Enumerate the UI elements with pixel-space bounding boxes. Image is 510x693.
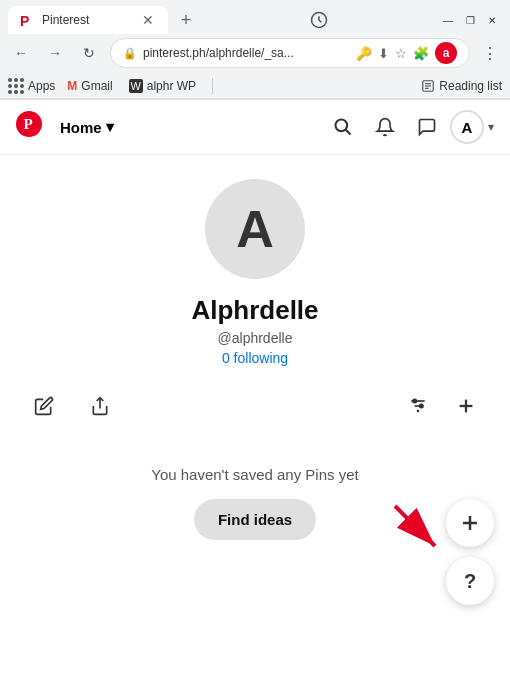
arrow-overlay [390,501,450,565]
alphr-wp-bookmark[interactable]: W alphr WP [125,77,200,95]
avatar-letter: A [462,119,473,136]
gmail-label: Gmail [81,79,112,93]
download-icon: ⬇ [378,46,389,61]
new-tab-button[interactable]: + [172,6,200,34]
star-icon[interactable]: ☆ [395,46,407,61]
forward-button[interactable]: → [42,40,68,66]
user-avatar-button[interactable]: A [450,110,484,144]
alphr-icon: W [129,79,143,93]
search-button[interactable] [324,108,362,146]
search-icon [333,117,353,137]
svg-text:P: P [24,115,33,132]
address-bar[interactable]: 🔒 pinterest.ph/alphrdelle/_sa... 🔑 ⬇ ☆ 🧩… [110,38,470,68]
gmail-bookmark[interactable]: M Gmail [63,77,116,95]
back-button[interactable]: ← [8,40,34,66]
profile-username: @alphrdelle [218,330,293,346]
notifications-button[interactable] [366,108,404,146]
floating-add-button[interactable] [446,499,494,547]
key-icon: 🔑 [356,46,372,61]
red-arrow-icon [390,501,450,561]
refresh-button[interactable]: ↻ [76,40,102,66]
svg-point-13 [413,399,416,402]
pinterest-logo[interactable]: P [16,111,42,143]
gmail-icon: M [67,79,77,93]
address-text: pinterest.ph/alphrdelle/_sa... [143,46,350,60]
add-pin-button[interactable] [446,386,486,426]
tab-close-button[interactable]: ✕ [140,12,156,28]
edit-icon [34,396,54,416]
close-button[interactable]: ✕ [482,10,502,30]
message-icon [417,117,437,137]
share-icon [90,396,110,416]
home-label: Home [60,119,102,136]
tab-title: Pinterest [42,13,132,27]
svg-point-14 [420,404,423,407]
profile-content: A Alphrdelle @alphrdelle 0 following [0,155,510,693]
floating-help-button[interactable]: ? [446,557,494,605]
svg-line-8 [346,130,351,135]
divider [212,78,213,94]
account-chevron-icon[interactable]: ▾ [488,120,494,134]
lock-icon: 🔒 [123,47,137,60]
pinterest-navbar: P Home ▾ A ▾ [0,100,510,155]
bell-icon [375,117,395,137]
following-count: 0 [222,350,230,366]
floating-buttons: ? [446,499,494,605]
browser-menu-button[interactable]: ⋮ [478,40,502,67]
empty-pins-message: You haven't saved any Pins yet Find idea… [151,466,358,540]
svg-line-20 [395,506,435,546]
profile-actions-row [16,386,494,426]
apps-grid-icon [8,78,24,94]
sort-filter-button[interactable] [398,386,438,426]
profile-avatar: A [205,179,305,279]
svg-point-7 [336,120,348,132]
reading-list-button[interactable]: Reading list [421,79,502,93]
tab-favicon: P [20,13,34,27]
following-link[interactable]: 0 following [222,350,288,366]
profile-name: Alphrdelle [191,295,318,326]
reading-list-label: Reading list [439,79,502,93]
share-profile-button[interactable] [80,386,120,426]
maximize-button[interactable]: ❐ [460,10,480,30]
home-button[interactable]: Home ▾ [50,112,124,142]
extension-icon: 🧩 [413,46,429,61]
add-icon [455,395,477,417]
minimize-button[interactable]: — [438,10,458,30]
alphr-label: alphr WP [147,79,196,93]
filter-icon [408,396,428,416]
security-icon [310,11,328,29]
find-ideas-button[interactable]: Find ideas [194,499,316,540]
apps-label: Apps [28,79,55,93]
empty-pins-text: You haven't saved any Pins yet [151,466,358,483]
home-chevron-icon: ▾ [106,118,114,136]
browser-tab[interactable]: P Pinterest ✕ [8,6,168,34]
reading-list-icon [421,79,435,93]
edit-profile-button[interactable] [24,386,64,426]
messages-button[interactable] [408,108,446,146]
profile-avatar-small[interactable]: a [435,42,457,64]
apps-bookmark[interactable]: Apps [8,78,55,94]
